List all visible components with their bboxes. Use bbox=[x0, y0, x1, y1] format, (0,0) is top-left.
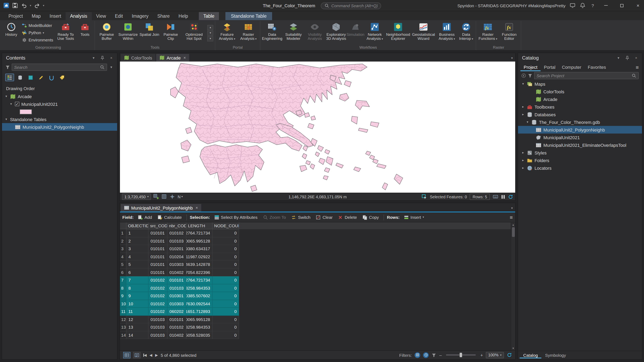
add-grid-icon[interactable] bbox=[154, 194, 159, 200]
undo-button[interactable] bbox=[21, 2, 27, 8]
table-cell[interactable]: 13258.984353 bbox=[186, 284, 212, 292]
ribbon-button-ready-to-use-tools[interactable]: Ready To Use Tools bbox=[55, 21, 76, 45]
table-cell[interactable]: 010103 bbox=[148, 331, 168, 339]
zoom-in-button[interactable]: + bbox=[480, 353, 483, 357]
account-info[interactable]: Spyridon - STARIDAS GEOGRAPHY #MakingMap… bbox=[458, 3, 566, 8]
ribbon-button-data-engineering[interactable]: Data Engineering bbox=[262, 21, 282, 45]
tab-close-icon[interactable]: × bbox=[184, 55, 186, 60]
expander-icon[interactable]: ▸ bbox=[521, 105, 525, 109]
ribbon-button-python[interactable]: Python▾ bbox=[20, 29, 55, 36]
expander-icon[interactable]: ▸ bbox=[521, 151, 525, 154]
previous-record-button[interactable]: ◀ bbox=[150, 353, 152, 357]
table-cell[interactable]: 0 bbox=[212, 331, 239, 339]
refresh-icon[interactable] bbox=[508, 194, 513, 199]
ribbon-button-optimized-hot-spot-analysis[interactable]: Optimized Hot Spot Analysis bbox=[182, 21, 206, 45]
column-header-nbr-code[interactable]: nbr_CODE bbox=[168, 222, 186, 229]
ribbon-button-raster-functions[interactable]: fxRaster Functions ▾ bbox=[477, 21, 498, 45]
table-cell[interactable]: 12764.721734 bbox=[186, 229, 212, 237]
table-row[interactable]: 9901010201030140385.5076020 bbox=[120, 292, 515, 300]
catalog-item-locators[interactable]: ▸Locators bbox=[518, 164, 642, 172]
table-row[interactable]: 1101010101010212764.7217340 bbox=[120, 229, 515, 237]
table-cell[interactable]: 010101 bbox=[168, 276, 186, 284]
polygon-symbol-swatch[interactable] bbox=[20, 109, 32, 114]
catalog-item-municipalunit2021-eliminateoverlapstool[interactable]: MunicipalUnit2021_EliminateOverlapsTool bbox=[518, 141, 642, 149]
ribbon-button-summarize-within[interactable]: Summarize Within bbox=[118, 21, 138, 45]
pin-icon[interactable] bbox=[625, 55, 630, 60]
table-cell[interactable]: 0 bbox=[212, 323, 239, 331]
maximize-button[interactable] bbox=[616, 0, 628, 11]
table-cell[interactable]: 0 bbox=[212, 253, 239, 261]
copy-selection-button[interactable]: Copy bbox=[360, 214, 381, 221]
ribbon-button-neighborhood-explorer[interactable]: Neighborhood Explorer bbox=[386, 21, 410, 45]
row-number-cell[interactable]: 6 bbox=[120, 269, 126, 276]
panel-menu-caret[interactable]: ▾ bbox=[91, 55, 96, 60]
filter-fields-icon[interactable] bbox=[415, 352, 420, 358]
ribbon-tab-view[interactable]: View bbox=[92, 12, 110, 20]
contents-item-arcade[interactable]: ▾Arcade bbox=[2, 92, 117, 100]
row-number-cell[interactable]: 5 bbox=[120, 261, 126, 269]
back-icon[interactable] bbox=[521, 73, 526, 78]
snapping-icon[interactable] bbox=[170, 194, 175, 200]
table-row[interactable]: 3301010101020129380.6343170 bbox=[120, 245, 515, 253]
table-cell[interactable]: 010101 bbox=[148, 261, 168, 269]
table-cell[interactable]: 29380.634317 bbox=[186, 245, 212, 253]
ribbon-button-feature-analysis[interactable]: Feature Analysis ▾ bbox=[216, 21, 238, 45]
select-by-attributes-button[interactable]: Select By Attributes bbox=[212, 214, 260, 221]
table-cell[interactable]: 010102 bbox=[148, 308, 168, 316]
table-cell[interactable]: 4 bbox=[126, 253, 148, 261]
row-number-cell[interactable]: 14 bbox=[120, 331, 126, 339]
table-row[interactable]: 141401010301040225058.5280350 bbox=[120, 331, 515, 339]
expander-icon[interactable]: ▾ bbox=[9, 102, 13, 106]
undo-dropdown-caret[interactable]: ▾ bbox=[30, 4, 31, 7]
row-number-cell[interactable]: 4 bbox=[120, 253, 126, 261]
calculate-button[interactable]: Calculate bbox=[155, 214, 184, 221]
table-cell[interactable]: 0 bbox=[212, 300, 239, 308]
select-grid-icon[interactable] bbox=[162, 194, 167, 200]
table-row[interactable]: 7701010201010112764.7217340 bbox=[120, 276, 515, 284]
add-field-button[interactable]: Add bbox=[136, 214, 154, 221]
ribbon-button-exploratory-3d-analysis[interactable]: Exploratory 3D Analysis ▾ bbox=[326, 21, 346, 45]
catalog-item-municipalunit2021[interactable]: MunicipalUnit2021 bbox=[518, 134, 642, 141]
catalog-item-folders[interactable]: ▸Folders bbox=[518, 156, 642, 164]
table-cell[interactable]: 0 bbox=[212, 269, 239, 276]
ribbon-button-geostatistical-wizard[interactable]: Geostatistical Wizard bbox=[411, 21, 436, 45]
row-number-cell[interactable]: 10 bbox=[120, 300, 126, 308]
table-pane-chevron-icon[interactable]: ▾ bbox=[511, 206, 513, 210]
table-cell[interactable]: 010402 bbox=[168, 269, 186, 276]
layer-symbol-swatch[interactable] bbox=[2, 108, 117, 115]
delete-selection-button[interactable]: Delete bbox=[336, 214, 359, 221]
catalog-item-toolboxes[interactable]: ▸Toolboxes bbox=[518, 103, 642, 111]
search-options-caret[interactable]: ▾ bbox=[109, 64, 114, 70]
table-tab-close-icon[interactable]: × bbox=[196, 206, 198, 210]
list-by-source-tab[interactable] bbox=[16, 74, 24, 81]
catalog-close-icon[interactable]: × bbox=[634, 55, 639, 60]
row-number-cell[interactable]: 2 bbox=[120, 237, 126, 245]
table-cell[interactable]: 010102 bbox=[148, 300, 168, 308]
ribbon-tab-project[interactable]: Project bbox=[4, 12, 27, 20]
table-cell[interactable]: 010103 bbox=[168, 237, 186, 245]
table-cell[interactable]: 1651.712893 bbox=[186, 308, 212, 316]
table-cell[interactable]: 010103 bbox=[168, 284, 186, 292]
table-cell[interactable]: 010303 bbox=[168, 261, 186, 269]
command-search[interactable]: Command Search (Alt+Q) bbox=[321, 2, 381, 9]
table-menu-icon[interactable]: ≡ bbox=[510, 214, 513, 220]
ribbon-tab-analysis[interactable]: Analysis bbox=[66, 12, 92, 20]
table-row[interactable]: 10100101020103037630.0925440 bbox=[120, 300, 515, 308]
row-number-cell[interactable]: 3 bbox=[120, 245, 126, 253]
contents-close-icon[interactable]: × bbox=[109, 55, 114, 60]
table-cell[interactable]: 010101 bbox=[148, 229, 168, 237]
table-cell[interactable]: 010101 bbox=[148, 245, 168, 253]
table-cell[interactable]: 010101 bbox=[148, 237, 168, 245]
ribbon-tab-edit[interactable]: Edit bbox=[110, 12, 128, 20]
table-cell[interactable]: 13 bbox=[126, 323, 148, 331]
catalog-item-databases[interactable]: ▸Databases bbox=[518, 111, 642, 118]
pin-icon[interactable] bbox=[100, 55, 105, 60]
row-number-cell[interactable]: 13 bbox=[120, 323, 126, 331]
filter-time-icon[interactable] bbox=[423, 352, 429, 358]
table-cell[interactable]: 10 bbox=[126, 300, 148, 308]
table-cell[interactable]: 8 bbox=[126, 284, 148, 292]
table-cell[interactable]: 7630.092544 bbox=[186, 300, 212, 308]
table-cell[interactable]: 25058.528035 bbox=[186, 331, 212, 339]
contents-search-input[interactable] bbox=[14, 65, 98, 70]
form-view-toggle[interactable] bbox=[133, 352, 140, 358]
